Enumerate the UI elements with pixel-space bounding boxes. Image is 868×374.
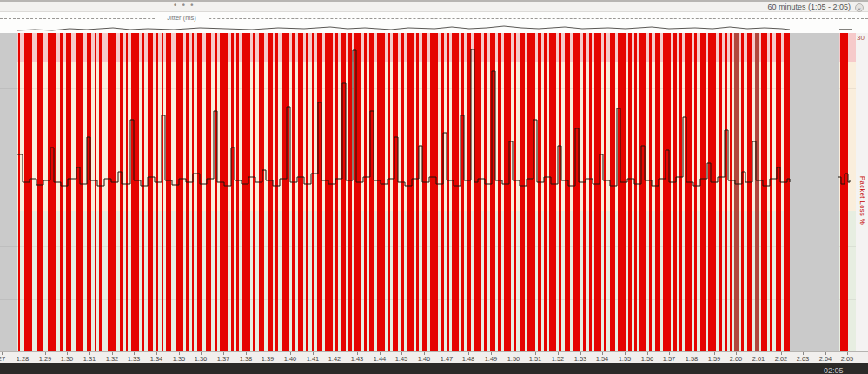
tick-label: 1:31 (83, 355, 96, 363)
packet-loss-bar (430, 33, 438, 351)
packet-loss-bar (364, 33, 367, 351)
packet-loss-bar (416, 33, 419, 351)
packet-loss-bar (685, 33, 692, 351)
tick-label: 1:49 (485, 355, 498, 363)
packet-loss-bar (162, 33, 163, 351)
packet-loss-bar (325, 33, 333, 351)
packet-loss-bar (490, 33, 495, 351)
tick-label: 2:02 (775, 355, 788, 363)
packet-loss-bar (192, 33, 194, 351)
tick-label: 1:41 (307, 355, 320, 363)
tick-label: 1:37 (217, 355, 230, 363)
tick-label: 1:30 (61, 355, 74, 363)
packet-loss-bar (388, 33, 390, 351)
tick-label: 1:43 (351, 355, 364, 363)
tick-label: 1:36 (195, 355, 208, 363)
packet-loss-bar (628, 33, 632, 351)
packet-loss-bar (559, 33, 561, 351)
packet-loss-bar (215, 33, 217, 351)
packet-loss-bar (725, 33, 727, 351)
packet-loss-bar (639, 33, 646, 351)
packet-loss-bar (206, 33, 211, 351)
packet-loss-bar (719, 33, 722, 351)
timeline-scroll-bar[interactable]: 02:05 (0, 363, 868, 374)
tick-label: 1:55 (619, 355, 632, 363)
jitter-sparkline (0, 22, 868, 33)
packet-loss-bar (700, 33, 706, 351)
packet-loss-bar (18, 33, 20, 351)
packet-loss-bar (549, 33, 556, 351)
tick-label: 1:32 (106, 355, 119, 363)
packet-loss-bar (156, 33, 158, 351)
tick-label: 1:51 (529, 355, 542, 363)
tick-label: 1:29 (39, 355, 52, 363)
packet-loss-bar (259, 33, 264, 351)
packet-loss-bar (610, 33, 615, 351)
packet-loss-bar (253, 33, 255, 351)
chart-plot-area[interactable] (0, 33, 868, 351)
packet-loss-bar (242, 33, 250, 351)
packet-loss-bar (312, 33, 314, 351)
packet-loss-bar (231, 33, 234, 351)
tick-label: 1:40 (284, 355, 297, 363)
packet-loss-bar (538, 33, 541, 351)
tick-label: 1:34 (150, 355, 163, 363)
tick-label: 27 (0, 355, 5, 363)
pane-drag-handle[interactable]: • • • (174, 1, 195, 10)
packet-loss-bar (663, 33, 671, 351)
tick-label: 1:58 (686, 355, 699, 363)
tick-label: 1:35 (173, 355, 186, 363)
packet-loss-bar (282, 33, 289, 351)
packet-loss-bar (220, 33, 228, 351)
tick-label: 1:44 (374, 355, 387, 363)
packet-loss-bar (770, 33, 772, 351)
jitter-overview-panel: Jitter (ms) (0, 12, 868, 33)
tick-label: 1:46 (418, 355, 431, 363)
tick-label: 2:03 (797, 355, 810, 363)
packet-loss-bar (60, 33, 63, 351)
packet-loss-bar (306, 33, 308, 351)
tick-label: 1:47 (441, 355, 454, 363)
tick-label: 1:33 (128, 355, 141, 363)
packet-loss-bar (176, 33, 183, 351)
packet-loss-bar (504, 33, 511, 351)
packet-loss-bar (317, 33, 322, 351)
time-axis: 271:281:291:301:311:321:331:341:351:361:… (0, 351, 868, 363)
packet-loss-bar (186, 33, 189, 351)
packet-loss-bar (747, 33, 752, 351)
timeline-current-time: 02:05 (824, 366, 844, 374)
packet-loss-bar (514, 33, 516, 351)
chevron-down-icon[interactable]: ⌄ (855, 3, 864, 12)
packet-loss-bar (467, 33, 471, 351)
packet-loss-bar (99, 33, 102, 351)
packet-loss-bar (87, 33, 91, 351)
packet-loss-bar (292, 33, 295, 351)
tick-label: 1:54 (596, 355, 609, 363)
packet-loss-bar (401, 33, 404, 351)
packet-loss-bar (673, 33, 677, 351)
packet-loss-bar (730, 33, 732, 351)
packet-loss-bar (708, 33, 716, 351)
packet-loss-bar (76, 33, 83, 351)
tick-label: 1:42 (328, 355, 341, 363)
tick-label: 1:53 (574, 355, 587, 363)
packet-loss-bar (694, 33, 697, 351)
tick-label: 1:50 (507, 355, 520, 363)
packet-loss-bar (649, 33, 652, 351)
packet-loss-bar (148, 33, 153, 351)
packet-loss-bar (354, 33, 361, 351)
packet-loss-bar (268, 33, 273, 351)
packet-loss-bar (95, 33, 96, 351)
packet-loss-bar (589, 33, 592, 351)
packet-loss-bar (275, 33, 278, 351)
packet-loss-bar (377, 33, 385, 351)
jitter-panel-label: Jitter (ms) (155, 14, 209, 22)
packet-loss-bar (583, 33, 586, 351)
time-range-selector[interactable]: 60 minutes (1:05 - 2:05) (767, 3, 851, 11)
packet-loss-bar (126, 33, 128, 351)
packet-loss-bar (544, 33, 547, 351)
packet-loss-bar (679, 33, 682, 351)
packet-loss-bar (565, 33, 570, 351)
tick-label: 1:28 (17, 355, 30, 363)
packet-loss-bar (761, 33, 767, 351)
